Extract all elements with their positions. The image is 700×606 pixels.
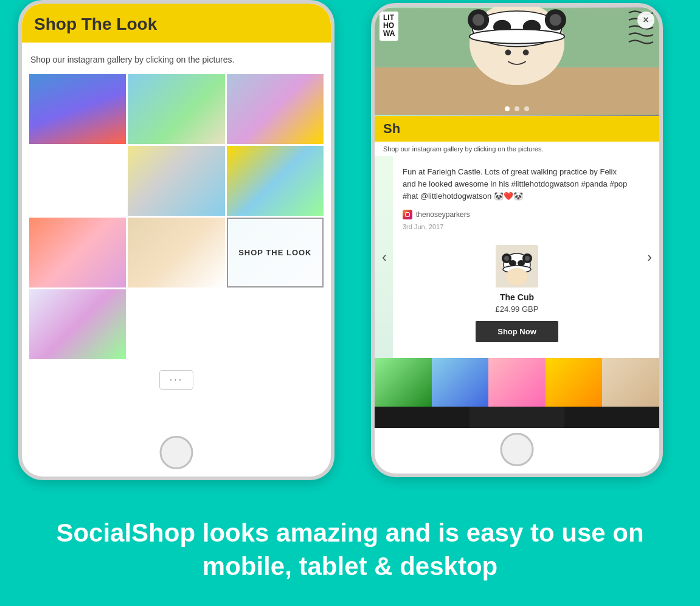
popup-content: Fun at Farleigh Castle. Lots of great wa… (375, 156, 659, 358)
dark-strip-3 (564, 407, 659, 428)
bottom-dark-strip (375, 407, 659, 428)
instagram-user-row: thenoseyparkers (403, 210, 631, 219)
shop-the-look-overlay-text[interactable]: SHOP THE LOOK (227, 218, 324, 288)
product-card: The Cub £24.99 GBP Shop Now (403, 239, 631, 348)
dot-2 (515, 106, 519, 111)
carousel-next-button[interactable]: › (640, 156, 659, 358)
product-popup: ‹ › Fun at Farleigh Castle. Lots of grea… (375, 156, 659, 358)
image-strip (375, 358, 659, 407)
grid-item-8-shop-overlay[interactable]: SHOP THE LOOK (227, 218, 324, 288)
grid-item-5[interactable] (227, 146, 324, 216)
grid-item-4[interactable] (128, 146, 224, 216)
svg-point-6 (473, 14, 485, 26)
left-header-title: Shop The Look (34, 15, 319, 34)
shop-now-button[interactable]: Shop Now (476, 321, 558, 342)
product-price: £24.99 GBP (496, 305, 539, 314)
svg-point-11 (505, 50, 511, 56)
more-button[interactable]: ··· (159, 370, 193, 390)
dot-3 (524, 106, 529, 111)
product-thumb-image (496, 245, 538, 288)
tagline-text: SocialShop looks amazing and is easy to … (52, 517, 648, 583)
strip-cell-2 (432, 358, 489, 407)
strip-cell-5 (602, 358, 659, 407)
carousel-indicators (504, 106, 530, 111)
grid-item-2[interactable] (128, 74, 224, 144)
tagline-section: SocialShop looks amazing and is easy to … (0, 494, 700, 606)
dark-strip-2 (470, 407, 564, 428)
grid-item-7[interactable] (128, 218, 224, 288)
grid-item-3[interactable] (227, 74, 324, 144)
home-button-right[interactable] (501, 433, 534, 466)
svg-point-12 (523, 50, 529, 56)
strip-cell-1 (375, 358, 432, 407)
grid-item-6[interactable] (29, 218, 126, 288)
svg-point-22 (506, 268, 528, 285)
right-shop-subtitle: Shop our instagram gallery by clicking o… (375, 142, 659, 156)
right-phone-frame: LIT HO WA × (371, 0, 681, 486)
svg-point-17 (504, 256, 509, 261)
left-phone-frame: Shop The Look Shop our instagram gallery… (18, 0, 359, 486)
carousel-prev-button[interactable]: ‹ (375, 156, 394, 358)
hero-image-area: LIT HO WA × (375, 7, 659, 116)
instagram-icon (403, 210, 412, 219)
svg-point-18 (525, 256, 530, 261)
instagram-username: thenoseyparkers (416, 210, 470, 219)
grid-item-9[interactable] (29, 289, 126, 359)
svg-point-7 (550, 14, 562, 26)
dot-1 (505, 106, 510, 111)
right-shop-header: Sh (375, 116, 659, 142)
brand-logo: LIT HO WA (379, 12, 398, 41)
svg-point-10 (470, 29, 564, 43)
product-thumbnail (496, 245, 538, 288)
grid-item-1[interactable] (29, 74, 126, 144)
pagination-dots: ··· (22, 370, 331, 390)
strip-cell-3 (488, 358, 546, 407)
instagram-icon-inner (405, 212, 410, 217)
post-description: Fun at Farleigh Castle. Lots of great wa… (403, 166, 631, 202)
left-subtitle: Shop our instagram gallery by clicking o… (22, 49, 331, 64)
dark-strip-1 (375, 407, 470, 428)
right-shop-title: Sh (383, 121, 400, 136)
home-button-left[interactable] (160, 436, 193, 469)
close-button[interactable]: × (637, 12, 654, 29)
post-date: 3rd Jun, 2017 (403, 223, 631, 230)
product-name: The Cub (500, 292, 534, 302)
strip-cell-4 (546, 358, 603, 407)
instagram-grid: SHOP THE LOOK (22, 68, 331, 365)
left-header: Shop The Look (22, 4, 331, 43)
